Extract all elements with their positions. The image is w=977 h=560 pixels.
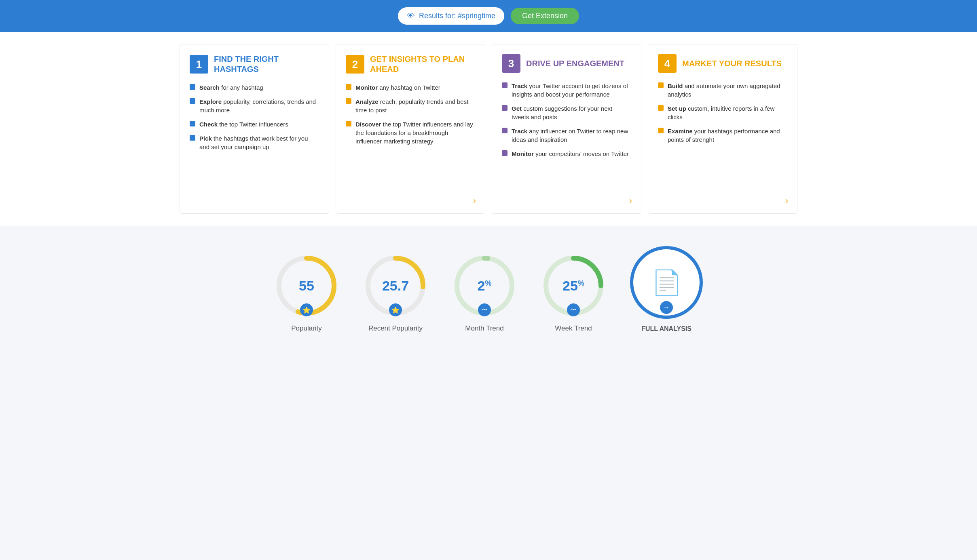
stat-item-2: 25.7 ⭐ Recent Popularity — [363, 253, 428, 333]
card-3-item-3: Track any influencer on Twitter to reap … — [502, 127, 631, 144]
bullet-icon — [502, 150, 508, 156]
full-analysis-icon: 📄 — [651, 268, 682, 297]
card-3-item-4: Monitor your competitors' moves on Twitt… — [502, 149, 631, 158]
results-badge: 👁 Results for: #springtime — [398, 7, 504, 25]
stat-label-4: Week Trend — [555, 324, 592, 333]
card-item-text: Get custom suggestions for your next twe… — [512, 104, 631, 121]
card-1-item-4: Pick the hashtags that work best for you… — [190, 134, 319, 151]
stat-item-3: 2% 〜 Month Trend — [452, 253, 517, 333]
card-1-number: 1 — [190, 55, 208, 74]
donut-chart-1: 55 ⭐ — [274, 253, 339, 318]
bullet-icon — [190, 135, 195, 141]
bullet-icon — [190, 121, 195, 126]
card-2-item-2: Analyze reach, popularity trends and bes… — [346, 97, 475, 114]
card-3-arrow[interactable]: › — [629, 196, 632, 206]
donut-badge-1[interactable]: ⭐ — [300, 303, 313, 316]
card-item-text: Build and automate your own aggregated a… — [668, 82, 787, 99]
full-analysis-circle[interactable]: 📄 → — [630, 246, 703, 319]
card-3-item-1: Track your Twitter account to get dozens… — [502, 82, 631, 99]
card-4-items: Build and automate your own aggregated a… — [658, 82, 787, 144]
card-2-arrow[interactable]: › — [473, 196, 476, 206]
card-4-title: MARKET YOUR RESULTS — [682, 59, 782, 69]
card-4-header: 4MARKET YOUR RESULTS — [658, 54, 787, 73]
bullet-icon — [658, 105, 664, 111]
card-1-item-2: Explore popularity, correlations, trends… — [190, 97, 319, 114]
bullet-icon — [346, 98, 351, 104]
card-2-item-1: Monitor any hashtag on Twitter — [346, 83, 475, 92]
card-2-items: Monitor any hashtag on TwitterAnalyze re… — [346, 83, 475, 145]
donut-chart-4: 25% 〜 — [541, 253, 606, 318]
card-4: 4MARKET YOUR RESULTSBuild and automate y… — [648, 44, 797, 214]
bullet-icon — [346, 84, 351, 90]
stat-label-1: Popularity — [291, 324, 322, 333]
card-2-item-3: Discover the top Twitter influencers and… — [346, 120, 475, 145]
card-2-header: 2GET INSIGHTS TO PLAN AHEAD — [346, 54, 475, 74]
card-1-header: 1FIND THE RIGHT HASHTAGS — [190, 54, 319, 74]
card-4-arrow[interactable]: › — [785, 196, 788, 206]
card-1-item-3: Check the top Twitter influencers — [190, 120, 319, 128]
card-item-text: Monitor your competitors' moves on Twitt… — [512, 149, 629, 158]
card-2-number: 2 — [346, 55, 364, 74]
bullet-icon — [502, 82, 508, 88]
card-item-text: Examine your hashtags performance and po… — [668, 127, 787, 144]
get-extension-button[interactable]: Get Extension — [511, 8, 579, 24]
card-item-text: Explore popularity, correlations, trends… — [199, 97, 319, 114]
card-3: 3DRIVE UP ENGAGEMENTTrack your Twitter a… — [492, 44, 641, 214]
card-3-title: DRIVE UP ENGAGEMENT — [526, 59, 624, 69]
bullet-icon — [502, 128, 508, 133]
bullet-icon — [658, 128, 664, 133]
bullet-icon — [190, 84, 195, 90]
card-1-title: FIND THE RIGHT HASHTAGS — [214, 54, 319, 74]
donut-badge-3[interactable]: 〜 — [478, 303, 491, 316]
card-item-text: Monitor any hashtag on Twitter — [355, 83, 440, 92]
results-label: Results for: #springtime — [419, 12, 495, 20]
stat-item-4: 25% 〜 Week Trend — [541, 253, 606, 333]
donut-value-3: 2% — [478, 279, 492, 293]
card-4-item-1: Build and automate your own aggregated a… — [658, 82, 787, 99]
card-4-number: 4 — [658, 54, 677, 73]
card-1-items: Search for any hashtagExplore popularity… — [190, 83, 319, 151]
card-item-text: Analyze reach, popularity trends and bes… — [355, 97, 475, 114]
full-analysis-badge[interactable]: → — [660, 301, 673, 314]
card-3-number: 3 — [502, 54, 520, 73]
card-1: 1FIND THE RIGHT HASHTAGSSearch for any h… — [180, 44, 329, 214]
stat-item-1: 55 ⭐ Popularity — [274, 253, 339, 333]
donut-value-1: 55 — [299, 279, 314, 293]
card-1-item-1: Search for any hashtag — [190, 83, 319, 92]
card-3-item-2: Get custom suggestions for your next twe… — [502, 104, 631, 121]
cards-section: 1FIND THE RIGHT HASHTAGSSearch for any h… — [0, 32, 977, 226]
stats-section: 55 ⭐ Popularity 25.7 ⭐ Recent Popularity… — [0, 226, 977, 349]
bullet-icon — [658, 82, 664, 88]
card-item-text: Check the top Twitter influencers — [199, 120, 288, 128]
card-4-item-2: Set up custom, intuitive reports in a fe… — [658, 104, 787, 121]
bullet-icon — [502, 105, 508, 111]
stat-label-5: FULL ANALYSIS — [641, 325, 692, 333]
bullet-icon — [190, 98, 195, 104]
card-item-text: Track any influencer on Twitter to reap … — [512, 127, 631, 144]
stat-label-2: Recent Popularity — [368, 324, 423, 333]
stat-item-5: 📄 → FULL ANALYSIS — [630, 246, 703, 333]
donut-chart-3: 2% 〜 — [452, 253, 517, 318]
card-item-text: Search for any hashtag — [199, 83, 263, 92]
header: 👁 Results for: #springtime Get Extension — [0, 0, 977, 32]
card-item-text: Discover the top Twitter influencers and… — [355, 120, 475, 145]
bullet-icon — [346, 121, 351, 126]
card-2: 2GET INSIGHTS TO PLAN AHEADMonitor any h… — [336, 44, 485, 214]
card-4-item-3: Examine your hashtags performance and po… — [658, 127, 787, 144]
card-3-header: 3DRIVE UP ENGAGEMENT — [502, 54, 631, 73]
card-3-items: Track your Twitter account to get dozens… — [502, 82, 631, 158]
card-item-text: Track your Twitter account to get dozens… — [512, 82, 631, 99]
stat-label-3: Month Trend — [465, 324, 503, 333]
donut-value-4: 25% — [563, 279, 584, 293]
card-2-title: GET INSIGHTS TO PLAN AHEAD — [370, 54, 475, 74]
donut-badge-4[interactable]: 〜 — [567, 303, 580, 316]
donut-badge-2[interactable]: ⭐ — [389, 303, 402, 316]
donut-value-2: 25.7 — [382, 279, 409, 293]
card-item-text: Set up custom, intuitive reports in a fe… — [668, 104, 787, 121]
eye-icon: 👁 — [407, 11, 415, 21]
card-item-text: Pick the hashtags that work best for you… — [199, 134, 319, 151]
donut-chart-2: 25.7 ⭐ — [363, 253, 428, 318]
